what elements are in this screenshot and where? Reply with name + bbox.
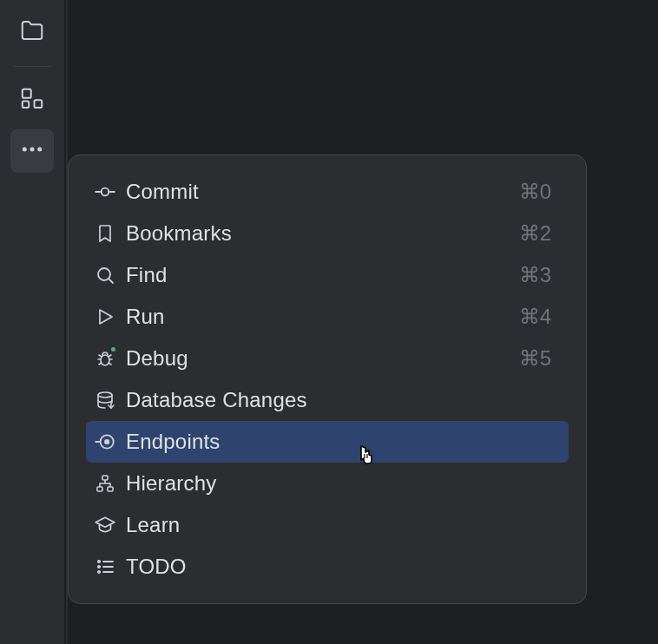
menu-shortcut: ⌘3 bbox=[519, 263, 551, 287]
svg-point-29 bbox=[98, 566, 100, 568]
svg-rect-26 bbox=[108, 487, 113, 491]
svg-point-31 bbox=[98, 571, 100, 573]
menu-item-debug[interactable]: Debug ⌘5 bbox=[86, 338, 569, 379]
folder-icon bbox=[19, 17, 45, 47]
notification-dot bbox=[109, 345, 117, 353]
svg-point-27 bbox=[98, 561, 100, 562]
svg-rect-2 bbox=[23, 102, 30, 108]
bookmark-icon bbox=[93, 221, 117, 246]
menu-label: Find bbox=[126, 263, 519, 287]
menu-label: Endpoints bbox=[126, 430, 551, 454]
svg-line-16 bbox=[109, 355, 111, 357]
menu-item-find[interactable]: Find ⌘3 bbox=[86, 254, 569, 296]
tool-window-sidebar bbox=[0, 0, 66, 644]
menu-label: TODO bbox=[126, 555, 551, 579]
menu-item-run[interactable]: Run ⌘4 bbox=[86, 296, 569, 338]
menu-label: Commit bbox=[126, 180, 519, 204]
learn-icon bbox=[93, 513, 117, 537]
commit-icon bbox=[93, 180, 117, 204]
bug-icon bbox=[93, 346, 117, 371]
menu-label: Database Changes bbox=[126, 388, 551, 412]
svg-rect-1 bbox=[35, 100, 43, 108]
menu-item-endpoints[interactable]: Endpoints bbox=[86, 421, 569, 463]
menu-item-learn[interactable]: Learn bbox=[86, 504, 569, 546]
tool-windows-popup: Commit ⌘0 Bookmarks ⌘2 Find ⌘3 Run ⌘4 De… bbox=[68, 154, 587, 604]
svg-marker-11 bbox=[100, 310, 112, 324]
svg-point-4 bbox=[30, 148, 35, 152]
database-icon bbox=[93, 388, 117, 412]
hierarchy-icon bbox=[93, 471, 117, 496]
ellipsis-icon bbox=[19, 136, 45, 166]
menu-item-hierarchy[interactable]: Hierarchy bbox=[86, 463, 569, 504]
menu-item-commit[interactable]: Commit ⌘0 bbox=[86, 171, 569, 213]
svg-line-15 bbox=[99, 355, 102, 357]
menu-label: Bookmarks bbox=[126, 221, 519, 246]
menu-label: Run bbox=[126, 305, 519, 329]
sidebar-divider bbox=[13, 66, 51, 67]
sidebar-item-more[interactable] bbox=[10, 129, 54, 173]
svg-line-18 bbox=[109, 363, 111, 365]
svg-point-22 bbox=[105, 440, 109, 444]
svg-line-10 bbox=[109, 279, 113, 283]
menu-shortcut: ⌘2 bbox=[519, 221, 551, 246]
svg-point-5 bbox=[37, 148, 42, 152]
sidebar-item-structure[interactable] bbox=[10, 79, 54, 122]
svg-point-3 bbox=[23, 148, 27, 152]
menu-label: Debug bbox=[126, 346, 519, 371]
menu-label: Learn bbox=[126, 513, 551, 537]
sidebar-item-project[interactable] bbox=[10, 10, 54, 54]
menu-shortcut: ⌘4 bbox=[519, 305, 551, 329]
menu-shortcut: ⌘0 bbox=[519, 180, 551, 204]
menu-shortcut: ⌘5 bbox=[519, 346, 551, 371]
endpoints-icon bbox=[93, 430, 117, 454]
svg-rect-24 bbox=[102, 476, 108, 480]
svg-line-17 bbox=[99, 363, 102, 365]
svg-rect-25 bbox=[97, 487, 102, 491]
menu-item-bookmarks[interactable]: Bookmarks ⌘2 bbox=[86, 213, 569, 254]
menu-item-todo[interactable]: TODO bbox=[86, 546, 569, 588]
todo-icon bbox=[93, 555, 117, 579]
svg-point-6 bbox=[102, 188, 109, 196]
structure-icon bbox=[19, 86, 45, 115]
svg-point-19 bbox=[98, 392, 112, 398]
svg-rect-0 bbox=[23, 89, 31, 98]
menu-label: Hierarchy bbox=[126, 471, 551, 496]
search-icon bbox=[93, 263, 117, 287]
play-icon bbox=[93, 305, 117, 329]
menu-item-database-changes[interactable]: Database Changes bbox=[86, 379, 569, 421]
